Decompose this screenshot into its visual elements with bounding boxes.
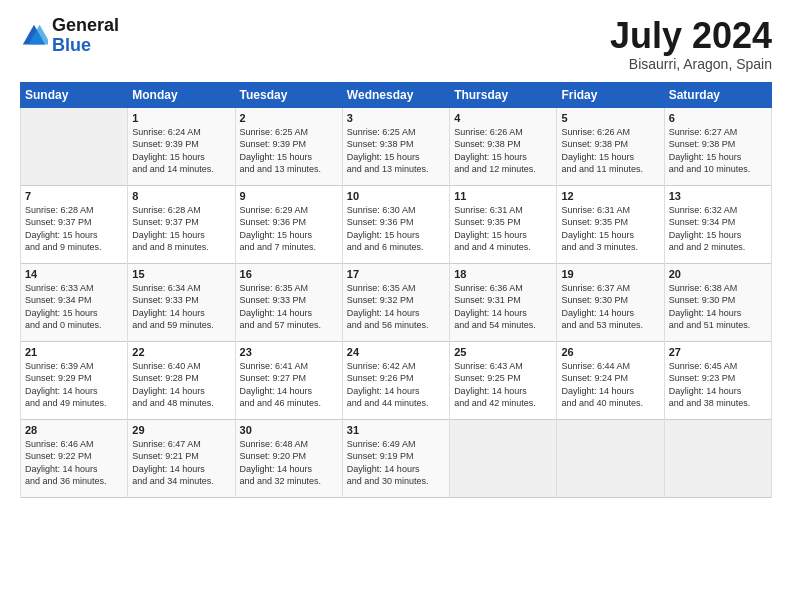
day-number: 13	[669, 190, 767, 202]
cell-2-0: 14Sunrise: 6:33 AMSunset: 9:34 PMDayligh…	[21, 263, 128, 341]
cell-content: Sunrise: 6:39 AMSunset: 9:29 PMDaylight:…	[25, 360, 123, 410]
cell-content: Sunrise: 6:28 AMSunset: 9:37 PMDaylight:…	[25, 204, 123, 254]
cell-content: Sunrise: 6:47 AMSunset: 9:21 PMDaylight:…	[132, 438, 230, 488]
cell-content: Sunrise: 6:41 AMSunset: 9:27 PMDaylight:…	[240, 360, 338, 410]
cell-3-4: 25Sunrise: 6:43 AMSunset: 9:25 PMDayligh…	[450, 341, 557, 419]
month-title: July 2024	[610, 16, 772, 56]
day-number: 10	[347, 190, 445, 202]
cell-content: Sunrise: 6:40 AMSunset: 9:28 PMDaylight:…	[132, 360, 230, 410]
cell-content: Sunrise: 6:35 AMSunset: 9:33 PMDaylight:…	[240, 282, 338, 332]
cell-content: Sunrise: 6:26 AMSunset: 9:38 PMDaylight:…	[561, 126, 659, 176]
logo: General Blue	[20, 16, 119, 56]
cell-1-6: 13Sunrise: 6:32 AMSunset: 9:34 PMDayligh…	[664, 185, 771, 263]
cell-content: Sunrise: 6:29 AMSunset: 9:36 PMDaylight:…	[240, 204, 338, 254]
cell-content: Sunrise: 6:36 AMSunset: 9:31 PMDaylight:…	[454, 282, 552, 332]
day-number: 26	[561, 346, 659, 358]
cell-4-6	[664, 419, 771, 497]
cell-4-2: 30Sunrise: 6:48 AMSunset: 9:20 PMDayligh…	[235, 419, 342, 497]
day-number: 11	[454, 190, 552, 202]
cell-content: Sunrise: 6:46 AMSunset: 9:22 PMDaylight:…	[25, 438, 123, 488]
cell-3-3: 24Sunrise: 6:42 AMSunset: 9:26 PMDayligh…	[342, 341, 449, 419]
header-friday: Friday	[557, 82, 664, 107]
header-saturday: Saturday	[664, 82, 771, 107]
cell-content: Sunrise: 6:31 AMSunset: 9:35 PMDaylight:…	[454, 204, 552, 254]
page-container: General Blue July 2024 Bisaurri, Aragon,…	[0, 0, 792, 508]
day-number: 7	[25, 190, 123, 202]
cell-content: Sunrise: 6:44 AMSunset: 9:24 PMDaylight:…	[561, 360, 659, 410]
cell-2-5: 19Sunrise: 6:37 AMSunset: 9:30 PMDayligh…	[557, 263, 664, 341]
cell-content: Sunrise: 6:42 AMSunset: 9:26 PMDaylight:…	[347, 360, 445, 410]
cell-0-2: 2Sunrise: 6:25 AMSunset: 9:39 PMDaylight…	[235, 107, 342, 185]
subtitle: Bisaurri, Aragon, Spain	[610, 56, 772, 72]
cell-4-5	[557, 419, 664, 497]
cell-content: Sunrise: 6:45 AMSunset: 9:23 PMDaylight:…	[669, 360, 767, 410]
cell-content: Sunrise: 6:43 AMSunset: 9:25 PMDaylight:…	[454, 360, 552, 410]
day-number: 8	[132, 190, 230, 202]
cell-0-6: 6Sunrise: 6:27 AMSunset: 9:38 PMDaylight…	[664, 107, 771, 185]
day-number: 9	[240, 190, 338, 202]
day-number: 31	[347, 424, 445, 436]
day-number: 3	[347, 112, 445, 124]
cell-1-2: 9Sunrise: 6:29 AMSunset: 9:36 PMDaylight…	[235, 185, 342, 263]
day-number: 30	[240, 424, 338, 436]
cell-content: Sunrise: 6:33 AMSunset: 9:34 PMDaylight:…	[25, 282, 123, 332]
cell-content: Sunrise: 6:31 AMSunset: 9:35 PMDaylight:…	[561, 204, 659, 254]
cell-content: Sunrise: 6:34 AMSunset: 9:33 PMDaylight:…	[132, 282, 230, 332]
logo-blue: Blue	[52, 35, 91, 55]
day-number: 1	[132, 112, 230, 124]
cell-content: Sunrise: 6:28 AMSunset: 9:37 PMDaylight:…	[132, 204, 230, 254]
cell-content: Sunrise: 6:37 AMSunset: 9:30 PMDaylight:…	[561, 282, 659, 332]
cell-content: Sunrise: 6:26 AMSunset: 9:38 PMDaylight:…	[454, 126, 552, 176]
cell-4-1: 29Sunrise: 6:47 AMSunset: 9:21 PMDayligh…	[128, 419, 235, 497]
week-row-0: 1Sunrise: 6:24 AMSunset: 9:39 PMDaylight…	[21, 107, 772, 185]
day-number: 24	[347, 346, 445, 358]
cell-3-0: 21Sunrise: 6:39 AMSunset: 9:29 PMDayligh…	[21, 341, 128, 419]
header-sunday: Sunday	[21, 82, 128, 107]
week-row-2: 14Sunrise: 6:33 AMSunset: 9:34 PMDayligh…	[21, 263, 772, 341]
day-number: 28	[25, 424, 123, 436]
cell-content: Sunrise: 6:25 AMSunset: 9:38 PMDaylight:…	[347, 126, 445, 176]
cell-4-3: 31Sunrise: 6:49 AMSunset: 9:19 PMDayligh…	[342, 419, 449, 497]
day-number: 2	[240, 112, 338, 124]
day-number: 5	[561, 112, 659, 124]
cell-content: Sunrise: 6:30 AMSunset: 9:36 PMDaylight:…	[347, 204, 445, 254]
header-row: Sunday Monday Tuesday Wednesday Thursday…	[21, 82, 772, 107]
cell-2-6: 20Sunrise: 6:38 AMSunset: 9:30 PMDayligh…	[664, 263, 771, 341]
cell-3-2: 23Sunrise: 6:41 AMSunset: 9:27 PMDayligh…	[235, 341, 342, 419]
day-number: 18	[454, 268, 552, 280]
cell-content: Sunrise: 6:48 AMSunset: 9:20 PMDaylight:…	[240, 438, 338, 488]
cell-2-2: 16Sunrise: 6:35 AMSunset: 9:33 PMDayligh…	[235, 263, 342, 341]
cell-1-5: 12Sunrise: 6:31 AMSunset: 9:35 PMDayligh…	[557, 185, 664, 263]
cell-content: Sunrise: 6:27 AMSunset: 9:38 PMDaylight:…	[669, 126, 767, 176]
cell-3-6: 27Sunrise: 6:45 AMSunset: 9:23 PMDayligh…	[664, 341, 771, 419]
title-block: July 2024 Bisaurri, Aragon, Spain	[610, 16, 772, 72]
cell-4-4	[450, 419, 557, 497]
day-number: 16	[240, 268, 338, 280]
calendar-table: Sunday Monday Tuesday Wednesday Thursday…	[20, 82, 772, 498]
cell-1-0: 7Sunrise: 6:28 AMSunset: 9:37 PMDaylight…	[21, 185, 128, 263]
week-row-3: 21Sunrise: 6:39 AMSunset: 9:29 PMDayligh…	[21, 341, 772, 419]
calendar-body: 1Sunrise: 6:24 AMSunset: 9:39 PMDaylight…	[21, 107, 772, 497]
cell-1-1: 8Sunrise: 6:28 AMSunset: 9:37 PMDaylight…	[128, 185, 235, 263]
cell-content: Sunrise: 6:38 AMSunset: 9:30 PMDaylight:…	[669, 282, 767, 332]
day-number: 19	[561, 268, 659, 280]
cell-3-1: 22Sunrise: 6:40 AMSunset: 9:28 PMDayligh…	[128, 341, 235, 419]
day-number: 6	[669, 112, 767, 124]
day-number: 29	[132, 424, 230, 436]
cell-2-1: 15Sunrise: 6:34 AMSunset: 9:33 PMDayligh…	[128, 263, 235, 341]
cell-content: Sunrise: 6:24 AMSunset: 9:39 PMDaylight:…	[132, 126, 230, 176]
cell-1-3: 10Sunrise: 6:30 AMSunset: 9:36 PMDayligh…	[342, 185, 449, 263]
cell-3-5: 26Sunrise: 6:44 AMSunset: 9:24 PMDayligh…	[557, 341, 664, 419]
header-monday: Monday	[128, 82, 235, 107]
week-row-4: 28Sunrise: 6:46 AMSunset: 9:22 PMDayligh…	[21, 419, 772, 497]
header-wednesday: Wednesday	[342, 82, 449, 107]
header-thursday: Thursday	[450, 82, 557, 107]
week-row-1: 7Sunrise: 6:28 AMSunset: 9:37 PMDaylight…	[21, 185, 772, 263]
cell-0-1: 1Sunrise: 6:24 AMSunset: 9:39 PMDaylight…	[128, 107, 235, 185]
cell-content: Sunrise: 6:32 AMSunset: 9:34 PMDaylight:…	[669, 204, 767, 254]
calendar-header: Sunday Monday Tuesday Wednesday Thursday…	[21, 82, 772, 107]
cell-2-4: 18Sunrise: 6:36 AMSunset: 9:31 PMDayligh…	[450, 263, 557, 341]
cell-0-3: 3Sunrise: 6:25 AMSunset: 9:38 PMDaylight…	[342, 107, 449, 185]
logo-icon	[20, 22, 48, 50]
logo-text: General Blue	[52, 16, 119, 56]
